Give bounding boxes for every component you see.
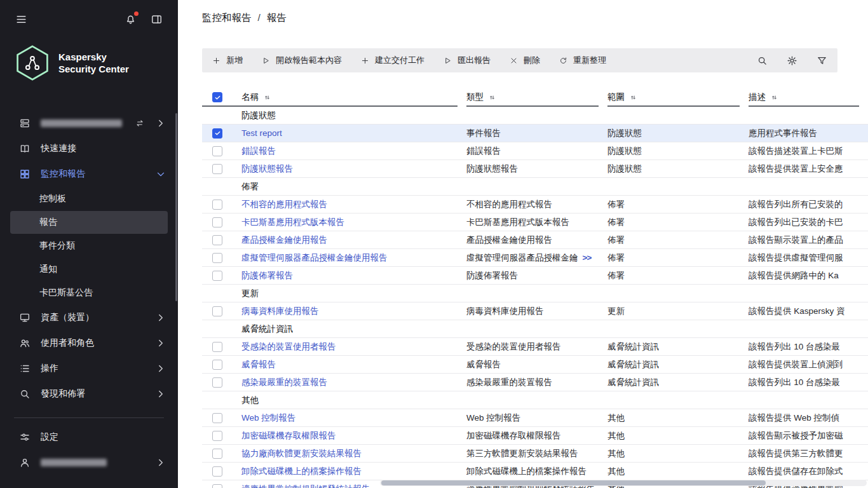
sidebar-item-label: 使用者和角色 — [41, 337, 145, 349]
report-type: 病毒資料庫使用報告 — [466, 306, 607, 317]
report-name-link[interactable]: 錯誤報告 — [233, 146, 466, 157]
sidebar-item-settings[interactable]: 設定 — [0, 424, 178, 450]
report-type: Web 控制報告 — [466, 412, 607, 424]
report-name-link[interactable]: 卡巴斯基應用程式版本報告 — [233, 217, 466, 228]
sidebar-divider — [14, 417, 164, 418]
sidebar-subitem-announcements[interactable]: 卡巴斯基公告 — [10, 281, 168, 304]
row-checkbox-cell — [202, 306, 233, 316]
sidebar-scrollbar[interactable] — [175, 113, 177, 301]
report-name-link[interactable]: 防護佈署報告 — [233, 270, 466, 281]
table-settings-button[interactable] — [787, 55, 797, 66]
horizontal-scrollbar-thumb[interactable] — [381, 480, 766, 485]
report-name-link[interactable]: 虛擬管理伺服器產品授權金鑰使用報告 — [233, 252, 466, 264]
panel-toggle-button[interactable] — [151, 13, 163, 25]
row-checkbox[interactable] — [212, 484, 222, 488]
row-checkbox-cell — [202, 146, 233, 156]
row-checkbox[interactable] — [212, 306, 222, 316]
select-all-checkbox[interactable] — [212, 92, 222, 102]
row-checkbox[interactable] — [212, 271, 222, 281]
row-checkbox[interactable] — [212, 217, 222, 227]
sidebar-item-discovery-deployment[interactable]: 發現和佈署 — [0, 381, 178, 407]
account-menu[interactable] — [0, 450, 178, 475]
table-row[interactable]: 卡巴斯基應用程式版本報告卡巴斯基應用程式版本報告佈署該報告列出已安裝的卡巴 — [202, 214, 868, 231]
column-header-2[interactable]: 範圍 — [607, 89, 740, 107]
report-name-link[interactable]: 協力廠商軟體更新安裝結果報告 — [233, 448, 466, 459]
refresh-button[interactable]: 重新整理 — [559, 55, 606, 66]
menu-button[interactable] — [15, 13, 27, 25]
row-checkbox[interactable] — [212, 128, 222, 139]
report-name-link[interactable]: 防護狀態報告 — [233, 163, 466, 175]
button-label: 開啟報告範本內容 — [276, 55, 342, 66]
sidebar-item-users-roles[interactable]: 使用者和角色 — [0, 330, 178, 356]
breadcrumb-parent[interactable]: 監控和報告 — [202, 11, 252, 25]
hamburger-icon — [15, 13, 27, 25]
search-button[interactable] — [757, 55, 768, 66]
sidebar-subitem-event-selections[interactable]: 事件分類 — [10, 234, 168, 257]
report-name-link[interactable]: 不相容的應用程式報告 — [233, 199, 466, 210]
sidebar-item-monitoring-reporting[interactable]: 監控和報告 — [0, 161, 178, 187]
open-report-template-button[interactable]: 開啟報告範本內容 — [262, 55, 342, 66]
table-row[interactable]: 虛擬管理伺服器產品授權金鑰使用報告虛擬管理伺服器產品授權金鑰>>佈署該報告提供虛… — [202, 249, 868, 267]
column-header-0[interactable]: 名稱 — [233, 89, 458, 107]
sidebar-subitem-label: 卡巴斯基公告 — [39, 287, 93, 299]
table-group-row: 其他 — [202, 391, 868, 409]
row-checkbox[interactable] — [212, 449, 222, 459]
table-row[interactable]: 錯誤報告錯誤報告防護狀態該報告描述裝置上卡巴斯 — [202, 142, 868, 160]
row-checkbox[interactable] — [212, 466, 222, 477]
report-name-link[interactable]: 病毒資料庫使用報告 — [233, 306, 466, 317]
table-row[interactable]: 病毒資料庫使用報告病毒資料庫使用報告更新該報告提供 Kaspersky 資 — [202, 302, 868, 320]
table-row[interactable]: Test report事件報告防護狀態應用程式事件報告 — [202, 125, 868, 142]
report-name-link[interactable]: 加密磁碟機存取權限報告 — [233, 430, 466, 442]
row-checkbox[interactable] — [212, 431, 222, 441]
chevron-right-icon — [155, 388, 166, 400]
expand-type-link[interactable]: >> — [583, 253, 592, 262]
row-checkbox[interactable] — [212, 235, 222, 245]
report-name-link[interactable]: 卸除式磁碟機上的檔案操作報告 — [233, 466, 466, 477]
add-button[interactable]: 新增 — [212, 55, 243, 66]
sidebar-topbar — [0, 0, 178, 38]
row-checkbox[interactable] — [212, 360, 222, 370]
report-name-link[interactable]: Test report — [233, 128, 466, 138]
row-checkbox[interactable] — [212, 146, 222, 156]
table-row[interactable]: 加密磁碟機存取權限報告加密磁碟機存取權限報告其他該報告顯示被授予加密磁 — [202, 427, 868, 445]
report-name-link[interactable]: Web 控制報告 — [233, 412, 466, 424]
horizontal-scrollbar-track[interactable] — [380, 480, 867, 486]
row-checkbox[interactable] — [212, 413, 222, 423]
sidebar-subitem-reports[interactable]: 報告 — [10, 211, 168, 234]
report-name-link[interactable]: 威脅報告 — [233, 359, 466, 370]
server-selector[interactable] — [0, 111, 178, 136]
export-report-button[interactable]: 匯出報告 — [444, 55, 491, 66]
column-header-3[interactable]: 描述 — [749, 89, 859, 107]
sidebar-item-operations[interactable]: 操作 — [0, 356, 178, 381]
table-row[interactable]: 卸除式磁碟機上的檔案操作報告卸除式磁碟機上的檔案操作報告其他該報告提供儲存在卸除… — [202, 463, 868, 480]
row-checkbox[interactable] — [212, 377, 222, 388]
row-checkbox[interactable] — [212, 253, 222, 263]
sidebar-subitem-dashboard[interactable]: 控制板 — [10, 187, 168, 210]
table-row[interactable]: 協力廠商軟體更新安裝結果報告第三方軟體更新安裝結果報告其他該報告提供第三方軟體更 — [202, 445, 868, 463]
table-row[interactable]: 感染最嚴重的裝置報告感染最嚴重的裝置報告威脅統計資訊該報告列出 10 台感染最 — [202, 374, 868, 391]
table-row[interactable]: 受感染的裝置使用者報告受感染的裝置使用者報告威脅統計資訊該報告列出 10 台感染… — [202, 338, 868, 356]
sidebar-item-quick-links[interactable]: 快速連接 — [0, 136, 178, 161]
report-description: 該報告提供第三方軟體更 — [749, 448, 868, 459]
table-row[interactable]: 防護狀態報告防護狀態報告防護狀態該報告提供裝置上安全應 — [202, 160, 868, 178]
row-checkbox[interactable] — [212, 200, 222, 210]
table-row[interactable]: Web 控制報告Web 控制報告其他該報告提供 Web 控制偵 — [202, 409, 868, 427]
notifications-button[interactable] — [125, 13, 137, 25]
row-checkbox[interactable] — [212, 164, 222, 174]
sidebar-item-assets-devices[interactable]: 資產（裝置） — [0, 305, 178, 330]
column-header-1[interactable]: 類型 — [466, 89, 599, 107]
table-row[interactable]: 防護佈署報告防護佈署報告佈署該報告提供網路中的 Ka — [202, 267, 868, 285]
chevron-right-icon — [155, 337, 166, 349]
report-name-link[interactable]: 產品授權金鑰使用報告 — [233, 234, 466, 246]
report-name-link[interactable]: 受感染的裝置使用者報告 — [233, 341, 466, 353]
delete-button[interactable]: 刪除 — [510, 55, 540, 66]
filter-button[interactable] — [817, 55, 827, 66]
table-row[interactable]: 不相容的應用程式報告不相容的應用程式報告佈署該報告列出所有已安裝的 — [202, 196, 868, 214]
report-name-link[interactable]: 感染最嚴重的裝置報告 — [233, 377, 466, 388]
row-checkbox[interactable] — [212, 342, 222, 352]
create-delivery-task-button[interactable]: 建立交付工作 — [361, 55, 424, 66]
table-row[interactable]: 威脅報告威脅報告威脅統計資訊該報告提供裝置上偵測到 — [202, 356, 868, 374]
table-row[interactable]: 產品授權金鑰使用報告產品授權金鑰使用報告佈署該報告顯示裝置上的產品 — [202, 231, 868, 249]
devices-icon — [19, 312, 31, 323]
sidebar-subitem-notifications[interactable]: 通知 — [10, 258, 168, 281]
